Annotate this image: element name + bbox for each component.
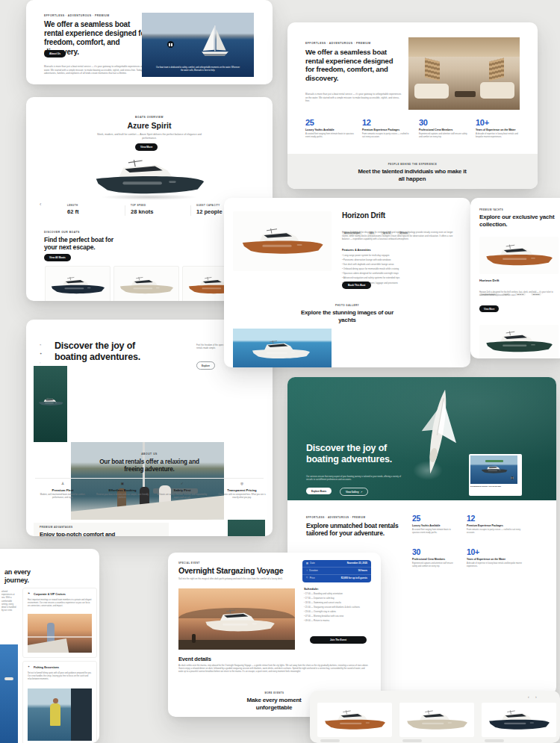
feature-effortless-booking: ▣ Effortless Booking Reserve your boat i… bbox=[96, 482, 149, 500]
gallery-photo-1[interactable] bbox=[233, 329, 332, 367]
stat-value: 30 bbox=[412, 547, 458, 556]
section-divider bbox=[35, 478, 264, 479]
stat-crew: 30 Professional Crew Members Experienced… bbox=[412, 547, 458, 568]
discover-heading: Find the perfect boat for your next esca… bbox=[44, 236, 126, 252]
teal-hero-banner: Discover the joy of boating adventures. … bbox=[287, 377, 556, 500]
azure-spirit-yacht-image bbox=[93, 157, 205, 198]
premium-eyebrow: PREMIUM ADVANTAGES bbox=[40, 526, 163, 529]
journey-item-title: Corporate & VIP Cruises bbox=[34, 593, 66, 596]
explore-boats-button[interactable]: Explore Boats bbox=[306, 488, 332, 494]
stat-value: 30 bbox=[419, 118, 468, 127]
yacht-thumb-navy bbox=[50, 276, 105, 296]
journey-heading: an every journey. bbox=[4, 568, 52, 585]
bollard-shape bbox=[192, 634, 196, 643]
inset-video-photo bbox=[470, 456, 517, 484]
teal-heading: Discover the joy of boating adventures. bbox=[306, 443, 418, 466]
amenities-title: Features & Amenities bbox=[342, 249, 371, 252]
boat-description: Sleek, modern, and built for comfort — A… bbox=[90, 133, 209, 140]
strip-next-icon[interactable]: › bbox=[535, 695, 537, 699]
info-row-duration: ◔ Duration 16 hours bbox=[302, 568, 371, 575]
collection-item-desc: Horizon Drift is designed for the thrill… bbox=[479, 291, 559, 297]
premium-advantages-block: PREMIUM ADVANTAGES Enjoy top-notch comfo… bbox=[34, 523, 169, 536]
fleet-thumbnail[interactable] bbox=[399, 703, 474, 737]
aerial-sailboat-photo bbox=[407, 383, 469, 482]
view-gallery-label: View Gallery bbox=[346, 491, 359, 494]
inset-pause-button[interactable] bbox=[511, 476, 514, 479]
schedule-list: 17:00 — Boarding and safety orientation … bbox=[304, 592, 373, 623]
marker-x-icon: × bbox=[40, 343, 41, 346]
interior-photo bbox=[408, 37, 520, 110]
table-shape bbox=[455, 91, 476, 97]
boat-title: Azure Spirit bbox=[26, 121, 273, 130]
collection-item-photo[interactable] bbox=[479, 325, 559, 358]
hero-video[interactable]: Our boat team is dedicated to safety, co… bbox=[142, 13, 254, 77]
stat-years: 10+ Years of Experience on the Water A d… bbox=[476, 118, 525, 139]
boat-detail-photo bbox=[233, 211, 332, 271]
person-shape bbox=[50, 703, 60, 726]
yacht-thumb-navy bbox=[488, 709, 550, 732]
person-head-shape bbox=[53, 698, 58, 703]
collection-view-more-button[interactable]: View More bbox=[479, 305, 499, 312]
schedule-item: 17:00 — Boarding and safety orientation bbox=[304, 592, 373, 595]
page-fleet-strip: ‹ › bbox=[310, 691, 560, 743]
transparent-pricing-icon: ◎ bbox=[216, 482, 268, 486]
dock-shape bbox=[178, 640, 295, 650]
stat-desc: From romantic escapes to party cruises —… bbox=[467, 529, 526, 535]
fleet-thumbnail[interactable] bbox=[482, 703, 556, 737]
label-placeholder bbox=[320, 739, 340, 742]
boat-thumbnail[interactable] bbox=[45, 266, 111, 301]
spec-divider bbox=[190, 205, 191, 216]
collection-item-photo[interactable] bbox=[479, 237, 559, 274]
book-this-boat-button[interactable]: Book This Boat bbox=[342, 282, 371, 289]
horizon-drift-yacht-image bbox=[240, 226, 324, 257]
gallery-heading: Explore the stunning images of our yacht… bbox=[295, 309, 399, 323]
journey-item-photo bbox=[28, 688, 92, 741]
view-gallery-button[interactable]: View Gallery ↗ bbox=[340, 488, 368, 496]
info-label: Duration bbox=[309, 569, 317, 572]
join-event-button[interactable]: Join The Event bbox=[310, 636, 367, 644]
feature-desc: Modern, well-maintained boats tailored f… bbox=[37, 494, 89, 500]
collection-eyebrow: PREMIUM YACHTS bbox=[479, 208, 503, 211]
schedule-item: 23:00 — Overnight stay in cabins bbox=[304, 610, 373, 613]
play-pause-button[interactable] bbox=[167, 41, 174, 48]
team-band: PEOPLE BEHIND THE EXPERIENCE Meet the ta… bbox=[287, 154, 538, 189]
white-yacht-photo bbox=[251, 339, 311, 361]
schedule-item: 07:00 — Morning breakfast with sea view bbox=[304, 615, 373, 618]
explore-heading: Explore unmatched boat rentals tailored … bbox=[306, 522, 399, 538]
boat-thumbnail[interactable] bbox=[113, 266, 179, 301]
stat-yachts: 25 Luxury Yachts Available A curated fle… bbox=[305, 118, 355, 139]
video-caption: Our boat team is dedicated to safety, co… bbox=[155, 66, 240, 72]
fleet-thumbnail[interactable] bbox=[317, 703, 392, 737]
about-us-button[interactable]: About Us bbox=[44, 50, 66, 57]
info-value: November 23, 2025 bbox=[347, 562, 367, 565]
event-eyebrow: SPECIAL EVENT bbox=[178, 562, 200, 565]
stairs-shape bbox=[489, 58, 504, 81]
amenity-item: Advanced navigation and safety systems f… bbox=[342, 276, 461, 280]
boats-overview-eyebrow: BOATS OVERVIEW bbox=[26, 116, 273, 119]
stat-label: Premium Experience Packages bbox=[467, 524, 526, 527]
strip-prev-icon[interactable]: ‹ bbox=[528, 695, 529, 699]
event-photo bbox=[178, 588, 295, 650]
yacht-shadow bbox=[101, 194, 198, 200]
view-all-boats-button[interactable]: View All Boats bbox=[44, 254, 71, 261]
amenity-item: Spacious cabins designed for comfortable… bbox=[342, 272, 461, 276]
mockup-collage: EFFORTLESS · ADVENTUROUS · PREMIUM We of… bbox=[0, 0, 560, 743]
explore-button[interactable]: Explore bbox=[196, 361, 215, 370]
view-more-button[interactable]: View More bbox=[135, 143, 158, 151]
stat-label: Professional Crew Members bbox=[419, 128, 468, 131]
label-placeholder bbox=[402, 739, 422, 742]
rail-shape bbox=[28, 636, 92, 638]
info-label: Price bbox=[310, 576, 315, 579]
amenity-item: Onboard dining space for memorable meals… bbox=[342, 267, 461, 271]
stat-label: Premium Experience Packages bbox=[362, 128, 411, 131]
feature-safety-first: ✓ Safety First All boats are safety-chec… bbox=[156, 482, 208, 500]
team-heading: Meet the talented individuals who make i… bbox=[356, 168, 468, 182]
effortless-booking-icon: ▣ bbox=[96, 482, 149, 486]
sofa-shape bbox=[480, 82, 514, 99]
inset-video-card[interactable]: EXPERIENCE LUXURY ON THE WATER. bbox=[469, 454, 522, 496]
info-value: $2,800 for up to 6 guests bbox=[341, 576, 367, 579]
info-row-price: ◇ Price $2,800 for up to 6 guests bbox=[302, 575, 371, 582]
carousel-prev-icon[interactable]: ‹ bbox=[40, 202, 41, 207]
page-hero-right: EFFORTLESS · ADVENTUROUS · PREMIUM We of… bbox=[287, 22, 538, 189]
page-yacht-collection: PREMIUM YACHTS Explore our exclusive yac… bbox=[470, 198, 560, 358]
